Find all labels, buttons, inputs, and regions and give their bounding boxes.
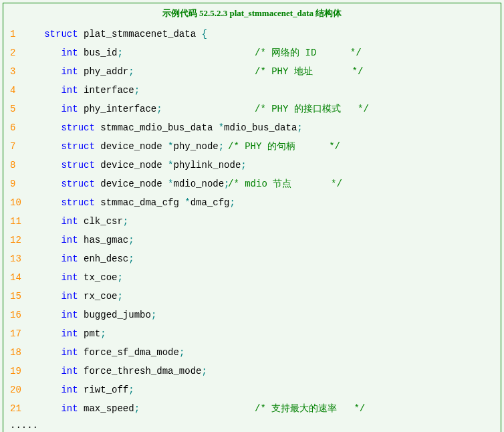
keyword: int [61, 104, 78, 114]
identifier: plat_stmmacenet_data [84, 29, 201, 39]
comment: /* 网络的 ID */ [255, 43, 362, 62]
punctuation: * [184, 197, 190, 208]
code-content: struct plat_stmmacenet_data { [27, 25, 501, 43]
identifier: phy_node [173, 141, 218, 152]
identifier: phylink_node [173, 160, 241, 171]
punctuation: ; [123, 216, 128, 227]
code-content: struct stmmac_dma_cfg *dma_cfg; [27, 193, 501, 212]
code-content: struct device_node *phy_node;/* PHY 的句柄 … [27, 137, 501, 156]
identifier: has_gmac [84, 235, 128, 245]
keyword: int [61, 66, 78, 77]
keyword: int [61, 216, 78, 227]
line-number: 19 [3, 362, 27, 381]
code-content: struct device_node *phylink_node; [27, 156, 501, 175]
code-content: int has_gmac; [27, 231, 501, 249]
punctuation: ; [128, 385, 134, 395]
code-content: int tx_coe; [27, 268, 501, 287]
keyword: int [61, 366, 78, 376]
line-number: 9 [3, 175, 27, 193]
identifier: device_node [100, 179, 168, 189]
comment: /* PHY 的句柄 */ [228, 137, 340, 156]
punctuation: ; [128, 253, 134, 264]
line-number: 13 [3, 249, 27, 268]
code-line: 10 struct stmmac_dma_cfg *dma_cfg; [3, 193, 501, 212]
punctuation: ; [117, 47, 122, 58]
code-content: int enh_desc; [27, 249, 501, 268]
keyword: int [61, 403, 78, 414]
identifier: bugged_jumbo [84, 310, 151, 320]
code-line: 12 int has_gmac; [3, 231, 501, 249]
line-number: 16 [3, 306, 27, 324]
code-line: 8 struct device_node *phylink_node; [3, 156, 501, 175]
line-number: 4 [3, 81, 27, 100]
punctuation: ; [151, 310, 156, 320]
punctuation: ; [134, 85, 140, 96]
punctuation: ; [297, 122, 302, 133]
identifier: stmmac_mdio_bus_data [100, 122, 218, 133]
code-content: int bus_id;/* 网络的 ID */ [27, 43, 501, 62]
keyword: int [61, 385, 78, 395]
punctuation: ; [219, 141, 224, 152]
code-line: 20 int riwt_off; [3, 381, 501, 399]
identifier: phy_addr [84, 66, 128, 77]
identifier: device_node [100, 160, 168, 171]
code-content: int bugged_jumbo; [27, 306, 501, 324]
code-line: 7 struct device_node *phy_node;/* PHY 的句… [3, 137, 501, 156]
identifier: interface [84, 85, 134, 96]
code-line: 5 int phy_interface;/* PHY 的接口模式 */ [3, 100, 501, 118]
punctuation: ; [100, 328, 106, 339]
identifier: clk_csr [84, 216, 123, 227]
code-line: 6 struct stmmac_mdio_bus_data *mdio_bus_… [3, 118, 501, 137]
punctuation: ; [156, 104, 162, 114]
identifier: stmmac_dma_cfg [100, 197, 184, 208]
code-content: struct device_node *mdio_node;/* mdio 节点… [27, 175, 501, 193]
line-number: 12 [3, 231, 27, 249]
code-line: 13 int enh_desc; [3, 249, 501, 268]
comment: /* mdio 节点 */ [228, 175, 342, 193]
code-line: 9 struct device_node *mdio_node;/* mdio … [3, 175, 501, 193]
line-number: 17 [3, 324, 27, 343]
line-number: 8 [3, 156, 27, 175]
keyword: struct [61, 122, 94, 133]
identifier: mdio_bus_data [224, 122, 297, 133]
line-number: 20 [3, 381, 27, 399]
identifier: riwt_off [84, 385, 128, 395]
punctuation: ; [201, 366, 207, 376]
keyword: int [61, 253, 78, 264]
code-lines: 1 struct plat_stmmacenet_data {2 int bus… [3, 25, 501, 418]
comment: /* 支持最大的速率 */ [255, 399, 365, 418]
line-number: 10 [3, 193, 27, 212]
code-content: int interface; [27, 81, 501, 100]
comment: /* PHY 地址 */ [255, 62, 363, 81]
code-line: 2 int bus_id;/* 网络的 ID */ [3, 43, 501, 62]
code-line: 14 int tx_coe; [3, 268, 501, 287]
line-number: 3 [3, 62, 27, 81]
line-number: 11 [3, 212, 27, 231]
identifier: phy_interface [84, 104, 156, 114]
line-number: 2 [3, 43, 27, 62]
keyword: struct [61, 179, 94, 189]
code-line: 3 int phy_addr;/* PHY 地址 */ [3, 62, 501, 81]
identifier: dma_cfg [191, 197, 230, 208]
identifier: mdio_node [173, 179, 224, 189]
identifier: enh_desc [84, 253, 128, 264]
punctuation: ; [117, 291, 122, 302]
code-content: int rx_coe; [27, 287, 501, 306]
code-line: 1 struct plat_stmmacenet_data { [3, 25, 501, 43]
identifier: rx_coe [84, 291, 117, 302]
punctuation: ; [134, 403, 140, 414]
identifier: force_thresh_dma_mode [84, 366, 201, 376]
identifier: device_node [100, 141, 168, 152]
code-content: int force_thresh_dma_mode; [27, 362, 501, 381]
punctuation: ; [179, 347, 184, 358]
ellipsis: ..... [3, 418, 501, 432]
line-number: 7 [3, 137, 27, 156]
line-number: 1 [3, 25, 27, 43]
line-number: 21 [3, 399, 27, 418]
identifier: tx_coe [84, 272, 117, 283]
keyword: struct [61, 197, 94, 208]
code-line: 17 int pmt; [3, 324, 501, 343]
keyword: int [61, 272, 78, 283]
keyword: int [61, 47, 78, 58]
code-line: 16 int bugged_jumbo; [3, 306, 501, 324]
